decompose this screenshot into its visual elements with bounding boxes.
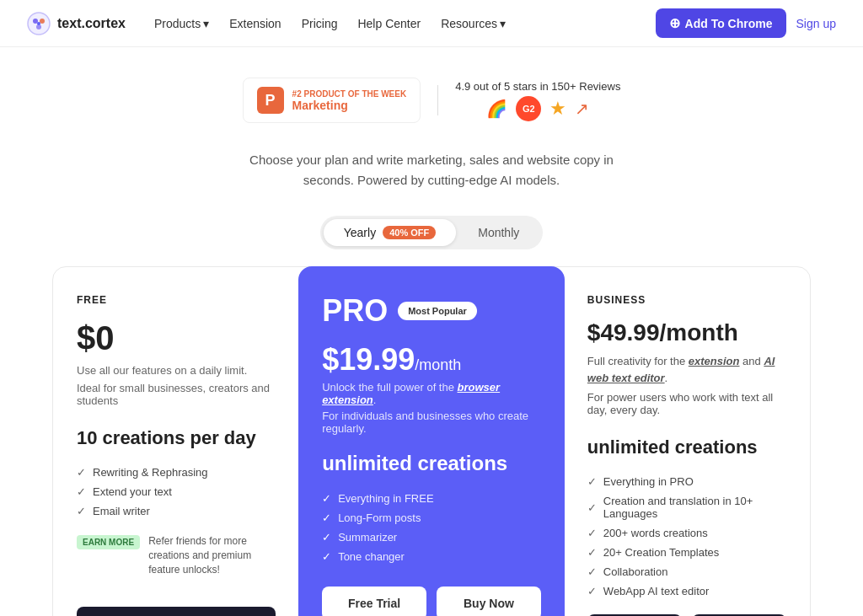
logo[interactable]: text.cortex: [27, 12, 126, 35]
free-plan-desc: Use all our features on a daily limit.: [77, 364, 276, 377]
list-item: ✓ Collaboration: [587, 565, 786, 578]
list-item: ✓ Email writer: [77, 505, 276, 517]
pro-plan-price: $19.99/month: [322, 342, 541, 378]
logo-text: text.cortex: [57, 16, 126, 31]
list-item: ✓ 20+ Creation Templates: [587, 546, 786, 559]
producthunt-icon: P: [257, 87, 284, 114]
list-item: ✓ Summarizer: [322, 531, 541, 544]
list-item: ✓ Tone changer: [322, 550, 541, 563]
nav-item-extension[interactable]: Extension: [221, 12, 289, 35]
check-icon: ✓: [587, 546, 597, 559]
check-icon: ✓: [587, 565, 597, 578]
g2-icon: G2: [516, 96, 541, 121]
headline-text: Choose your plan and write marketing, sa…: [27, 150, 836, 190]
product-icon: ↗: [575, 99, 589, 119]
check-icon: ✓: [77, 466, 86, 479]
nav-item-pricing[interactable]: Pricing: [293, 12, 346, 35]
pro-header: PRO Most Popular: [322, 293, 541, 329]
nav-item-products[interactable]: Products ▾: [146, 12, 217, 35]
check-icon: ✓: [77, 505, 86, 517]
nav-links: Products ▾ Extension Pricing Help Center…: [146, 12, 635, 35]
business-plan-name: BUSINESS: [587, 294, 786, 306]
svg-point-1: [33, 19, 38, 24]
check-icon: ✓: [587, 527, 597, 539]
check-icon: ✓: [322, 492, 331, 505]
pricing-section: FREE $0 Use all our features on a daily …: [0, 266, 863, 616]
start-for-free-button[interactable]: Start For Free: [77, 607, 276, 616]
check-icon: ✓: [587, 475, 597, 488]
list-item: ✓ Creation and translation in 10+ Langua…: [587, 495, 786, 520]
svg-point-2: [40, 19, 45, 24]
discount-badge: 40% OFF: [383, 226, 436, 239]
plan-business: BUSINESS $49.99/month Full creativity fo…: [564, 267, 810, 616]
business-plan-highlight: unlimited creations: [587, 437, 786, 458]
free-feature-list: ✓ Rewriting & Rephrasing ✓ Extend your t…: [77, 466, 276, 517]
list-item: ✓ WebApp AI text editor: [587, 585, 786, 597]
toggle-monthly[interactable]: Monthly: [458, 219, 539, 246]
divider: [437, 85, 438, 115]
pro-buy-now-button[interactable]: Buy Now: [437, 587, 541, 616]
list-item: ✓ Everything in FREE: [322, 492, 541, 505]
plan-free: FREE $0 Use all our features on a daily …: [53, 267, 299, 616]
chevron-down-icon: ▾: [203, 17, 209, 30]
free-plan-tagline: Ideal for small businesses, creators and…: [77, 382, 276, 407]
earn-text: Refer friends for more creations and pre…: [148, 534, 276, 576]
nav-actions: ⊕ Add To Chrome Sign up: [656, 8, 836, 38]
badge-value: Marketing: [292, 99, 407, 112]
extension-link: extension: [689, 355, 740, 367]
product-of-week-badge: P #2 PRODUCT OF THE WEEK Marketing: [243, 78, 421, 123]
list-item: ✓ Everything in PRO: [587, 475, 786, 488]
chrome-icon: ⊕: [669, 15, 680, 31]
add-to-chrome-button[interactable]: ⊕ Add To Chrome: [656, 8, 786, 38]
badge-label: #2 PRODUCT OF THE WEEK: [292, 89, 407, 99]
logo-icon: [27, 12, 51, 35]
business-plan-price: $49.99/month: [587, 319, 786, 346]
pro-plan-name: PRO: [322, 293, 388, 329]
pro-feature-list: ✓ Everything in FREE ✓ Long-Form posts ✓…: [322, 492, 541, 563]
pro-plan-highlight: unlimited creations: [322, 452, 541, 475]
svg-point-4: [37, 22, 40, 25]
rating-area: 4.9 out of 5 stars in 150+ Reviews 🌈 G2 …: [455, 80, 620, 121]
pro-plan-desc2: For individuals and businesses who creat…: [322, 410, 541, 435]
headline-area: Choose your plan and write marketing, sa…: [0, 133, 863, 199]
rainbow-icon: 🌈: [486, 99, 507, 119]
pro-free-trial-button[interactable]: Free Trial: [322, 587, 426, 616]
earn-more-badge: EARN MORE: [77, 535, 140, 549]
pro-plan-desc1: Unlock the full power of the browser ext…: [322, 381, 541, 406]
star-icon: ★: [549, 98, 566, 120]
free-plan-highlight: 10 creations per day: [77, 427, 276, 449]
signup-button[interactable]: Sign up: [796, 17, 836, 30]
nav-item-resources[interactable]: Resources ▾: [432, 12, 514, 35]
badge-text-block: #2 PRODUCT OF THE WEEK Marketing: [292, 89, 407, 112]
list-item: ✓ Extend your text: [77, 485, 276, 498]
toggle-yearly[interactable]: Yearly 40% OFF: [324, 219, 456, 246]
plan-pro: PRO Most Popular $19.99/month Unlock the…: [298, 266, 565, 616]
check-icon: ✓: [322, 531, 331, 544]
main-content: P #2 PRODUCT OF THE WEEK Marketing 4.9 o…: [0, 47, 863, 616]
check-icon: ✓: [77, 485, 86, 498]
toggle-container: Yearly 40% OFF Monthly: [320, 216, 544, 249]
list-item: ✓ Rewriting & Rephrasing: [77, 466, 276, 479]
free-plan-price: $0: [77, 319, 276, 357]
check-icon: ✓: [322, 512, 331, 524]
most-popular-badge: Most Popular: [398, 302, 477, 320]
list-item: ✓ 200+ words creations: [587, 527, 786, 539]
earn-more-row: EARN MORE Refer friends for more creatio…: [77, 534, 276, 576]
navbar: text.cortex Products ▾ Extension Pricing…: [0, 0, 863, 47]
social-proof-bar: P #2 PRODUCT OF THE WEEK Marketing 4.9 o…: [0, 67, 863, 133]
check-icon: ✓: [587, 501, 597, 514]
billing-toggle: Yearly 40% OFF Monthly: [0, 216, 863, 249]
rating-text: 4.9 out of 5 stars in 150+ Reviews: [455, 80, 620, 93]
chevron-down-icon-2: ▾: [500, 17, 506, 30]
list-item: ✓ Long-Form posts: [322, 512, 541, 524]
business-feature-list: ✓ Everything in PRO ✓ Creation and trans…: [587, 475, 786, 597]
pro-buttons: Free Trial Buy Now: [322, 587, 541, 616]
nav-item-help[interactable]: Help Center: [349, 12, 429, 35]
check-icon: ✓: [587, 585, 597, 597]
business-plan-desc: Full creativity for the extension and AI…: [587, 353, 786, 386]
pricing-wrapper: FREE $0 Use all our features on a daily …: [52, 266, 811, 616]
social-icons: 🌈 G2 ★ ↗: [486, 96, 589, 121]
free-plan-name: FREE: [77, 294, 276, 306]
check-icon: ✓: [322, 550, 331, 563]
business-plan-tagline: For power users who work with text all d…: [587, 391, 786, 416]
